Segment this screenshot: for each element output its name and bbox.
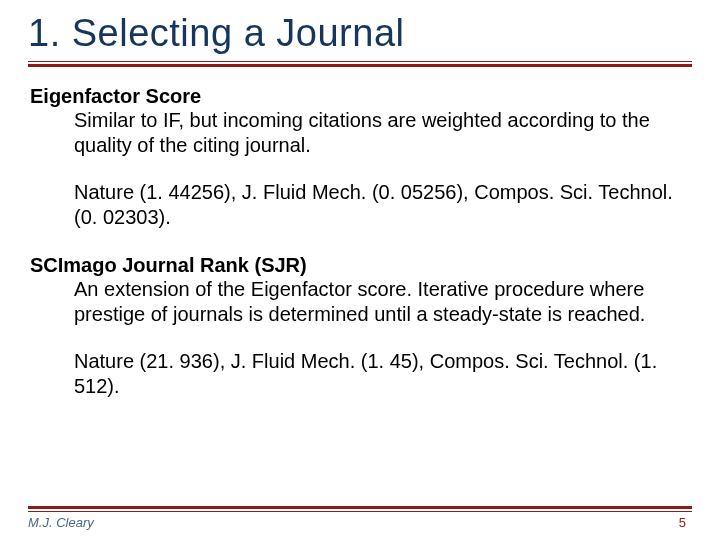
section-sjr: SCImago Journal Rank (SJR) An extension … <box>30 254 690 399</box>
section-data: Nature (21. 936), J. Fluid Mech. (1. 45)… <box>74 349 690 399</box>
section-data: Nature (1. 44256), J. Fluid Mech. (0. 05… <box>74 180 690 230</box>
footer-rule <box>28 506 692 512</box>
footer-row: M.J. Cleary 5 <box>28 515 692 530</box>
section-heading: Eigenfactor Score <box>30 85 690 108</box>
footer-author: M.J. Cleary <box>28 515 94 530</box>
section-description: An extension of the Eigenfactor score. I… <box>74 277 690 327</box>
body: Eigenfactor Score Similar to IF, but inc… <box>28 85 692 399</box>
title-block: 1. Selecting a Journal <box>28 12 692 67</box>
page-title: 1. Selecting a Journal <box>28 12 692 55</box>
footer-page-number: 5 <box>679 515 692 530</box>
section-eigenfactor: Eigenfactor Score Similar to IF, but inc… <box>30 85 690 230</box>
section-description: Similar to IF, but incoming citations ar… <box>74 108 690 158</box>
slide: 1. Selecting a Journal Eigenfactor Score… <box>0 0 720 540</box>
section-heading: SCImago Journal Rank (SJR) <box>30 254 690 277</box>
footer: M.J. Cleary 5 <box>0 506 720 530</box>
title-rule <box>28 61 692 67</box>
